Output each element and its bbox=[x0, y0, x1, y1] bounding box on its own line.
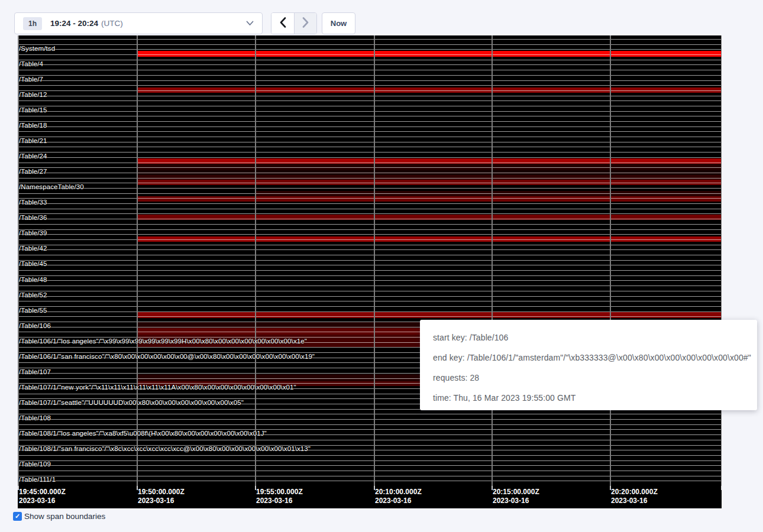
span-boundary-line bbox=[18, 126, 722, 127]
span-boundary-line bbox=[18, 183, 722, 183]
row-key-label: /Table/107 bbox=[19, 368, 51, 375]
span-boundary-line bbox=[18, 96, 722, 96]
span-boundary-line bbox=[18, 49, 722, 50]
span-boundary-line bbox=[18, 291, 722, 291]
now-button[interactable]: Now bbox=[322, 12, 355, 34]
column-boundary-line bbox=[374, 35, 375, 486]
row-key-label: /Table/15 bbox=[19, 106, 47, 113]
row-key-label: /Table/48 bbox=[19, 276, 47, 283]
chevron-left-icon bbox=[279, 17, 286, 30]
span-boundary-line bbox=[18, 64, 722, 65]
x-tick-date: 2023-03-16 bbox=[256, 497, 303, 505]
prev-range-button[interactable] bbox=[271, 13, 294, 34]
x-tick-date: 2023-03-16 bbox=[611, 497, 658, 505]
span-boundary-line bbox=[18, 85, 722, 86]
span-boundary-line bbox=[18, 460, 722, 461]
span-boundary-line bbox=[18, 116, 722, 116]
show-span-boundaries-label: Show span boundaries bbox=[24, 512, 105, 521]
tooltip-start-key: start key: /Table/106 bbox=[433, 327, 757, 348]
row-key-label: /Table/106/1/"san francisco"/"\x80\x00\x… bbox=[19, 353, 315, 360]
row-key-label: /Table/109 bbox=[19, 460, 51, 468]
chevron-right-icon bbox=[302, 17, 309, 30]
span-boundary-line bbox=[18, 275, 722, 276]
x-axis-tick-label: 19:55:00.000Z2023-03-16 bbox=[256, 488, 303, 505]
span-boundary-line bbox=[18, 80, 722, 81]
span-boundary-line bbox=[18, 270, 722, 271]
heat-band[interactable] bbox=[137, 312, 721, 318]
span-boundary-line bbox=[18, 234, 722, 235]
x-tick-time: 20:15:00.000Z bbox=[493, 488, 539, 497]
span-boundary-line bbox=[18, 260, 722, 261]
span-boundary-line bbox=[18, 213, 722, 214]
row-key-label: /Table/107/1/"new york"/"\x11\x11\x11\x1… bbox=[19, 384, 296, 391]
heat-band[interactable] bbox=[137, 196, 721, 202]
x-axis-tick-label: 20:20:00.000Z2023-03-16 bbox=[611, 488, 658, 505]
span-boundary-line bbox=[18, 440, 722, 440]
show-span-boundaries-checkbox[interactable]: ✓ bbox=[13, 512, 22, 521]
tooltip-requests: requests: 28 bbox=[433, 368, 757, 388]
span-boundary-line bbox=[18, 476, 722, 476]
span-boundary-line bbox=[18, 157, 722, 158]
row-key-label: /Table/108 bbox=[19, 414, 51, 421]
span-boundary-line bbox=[18, 188, 722, 189]
show-span-boundaries-control[interactable]: ✓ Show span boundaries bbox=[13, 512, 105, 521]
row-key-label: /Table/111/1 bbox=[19, 476, 56, 483]
span-boundary-line bbox=[18, 178, 722, 179]
span-boundary-line bbox=[18, 106, 722, 106]
span-boundary-line bbox=[18, 280, 722, 281]
span-boundary-line bbox=[18, 121, 722, 122]
row-key-label: /Table/4 bbox=[19, 60, 43, 67]
span-boundary-line bbox=[18, 173, 722, 173]
span-boundary-line bbox=[18, 265, 722, 265]
x-tick-date: 2023-03-16 bbox=[493, 497, 539, 505]
time-zone-label: (UTC) bbox=[101, 19, 123, 28]
span-boundary-line bbox=[18, 147, 722, 147]
heat-band[interactable] bbox=[137, 158, 721, 164]
next-range-button[interactable] bbox=[294, 13, 316, 34]
span-boundary-line bbox=[18, 152, 722, 153]
row-key-label: /Table/24 bbox=[19, 153, 47, 160]
span-boundary-line bbox=[18, 255, 722, 255]
span-boundary-line bbox=[18, 209, 722, 209]
span-boundary-line bbox=[18, 198, 722, 199]
span-boundary-line bbox=[18, 167, 722, 168]
x-axis-tick-label: 19:50:00.000Z2023-03-16 bbox=[138, 488, 185, 505]
heat-band[interactable] bbox=[137, 51, 721, 57]
row-key-label: /Table/45 bbox=[19, 260, 47, 267]
row-key-label: /Table/106/1/"los angeles"/"\x99\x99\x99… bbox=[19, 338, 307, 345]
time-range-label: 19:24 - 20:24 bbox=[50, 19, 98, 28]
span-boundary-line bbox=[18, 306, 722, 307]
heatmap-tooltip: start key: /Table/106 end key: /Table/10… bbox=[420, 320, 757, 410]
row-key-label: /Table/39 bbox=[19, 229, 47, 236]
row-key-label: /Table/21 bbox=[19, 137, 47, 144]
x-tick-time: 19:45:00.000Z bbox=[19, 488, 66, 497]
span-boundary-line bbox=[18, 419, 722, 420]
time-window-badge: 1h bbox=[23, 17, 42, 30]
span-boundary-line bbox=[18, 481, 722, 481]
span-boundary-line bbox=[18, 70, 722, 70]
row-key-label: /Table/27 bbox=[19, 168, 47, 175]
row-key-label: /Table/107/1/"seattle"/"UUUUUUD\x00\x80\… bbox=[19, 399, 244, 406]
x-tick-date: 2023-03-16 bbox=[19, 497, 66, 505]
x-tick-date: 2023-03-16 bbox=[138, 497, 185, 505]
time-toolbar: 1h 19:24 - 20:24 (UTC) Now bbox=[0, 0, 763, 35]
key-visualizer-heatmap[interactable]: /System/tsd/Table/4/Table/7/Table/12/Tab… bbox=[18, 35, 722, 508]
column-boundary-line bbox=[721, 35, 722, 486]
row-key-label: /Table/106 bbox=[19, 322, 51, 329]
span-boundary-line bbox=[18, 90, 722, 91]
time-nav-group bbox=[271, 12, 317, 34]
span-boundary-line bbox=[18, 137, 722, 137]
span-boundary-line bbox=[18, 131, 722, 132]
span-boundary-line bbox=[18, 229, 722, 230]
span-boundary-line bbox=[18, 224, 722, 225]
heat-band[interactable] bbox=[137, 164, 721, 170]
row-key-label: /Table/52 bbox=[19, 291, 47, 299]
row-key-label: /Table/108/1/"san francisco"/"\x8c\xcc\x… bbox=[19, 445, 311, 452]
row-key-label: /Table/12 bbox=[19, 91, 47, 98]
row-key-label: /Table/36 bbox=[19, 214, 47, 221]
x-axis-tick-label: 20:10:00.000Z2023-03-16 bbox=[375, 488, 422, 505]
row-key-label: /Table/33 bbox=[19, 199, 47, 206]
span-boundary-line bbox=[18, 296, 722, 297]
time-range-dropdown[interactable]: 1h 19:24 - 20:24 (UTC) bbox=[14, 12, 263, 34]
x-tick-time: 20:10:00.000Z bbox=[375, 488, 422, 497]
